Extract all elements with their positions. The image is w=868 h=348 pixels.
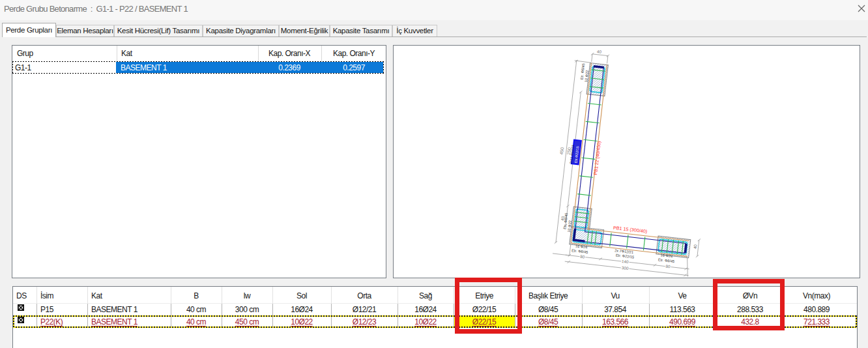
svg-text:40: 40 — [693, 244, 698, 249]
svg-text:140: 140 — [622, 259, 629, 264]
svg-text:300: 300 — [622, 265, 629, 270]
svg-text:40: 40 — [597, 49, 602, 54]
svg-text:Etr. Φ8/45: Etr. Φ8/45 — [658, 257, 675, 263]
svg-text:450: 450 — [559, 147, 564, 154]
svg-text:PB1 22 (40/450): PB1 22 (40/450) — [592, 141, 602, 175]
svg-text:80: 80 — [580, 254, 585, 259]
svg-text:80: 80 — [665, 264, 671, 269]
